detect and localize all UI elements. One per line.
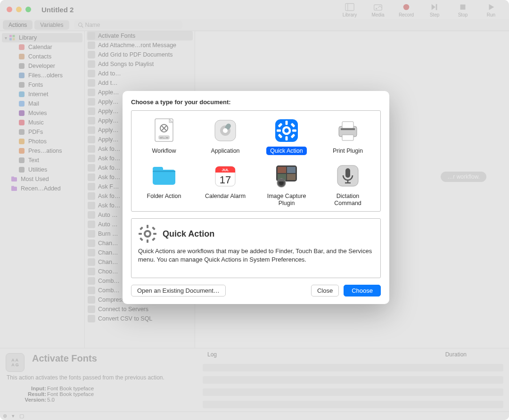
calendar-alarm-icon: JUL17: [212, 163, 238, 189]
svg-rect-82: [153, 233, 156, 235]
desc-title: Quick Action: [163, 229, 214, 239]
type-label: Image Capture Plugin: [263, 192, 310, 207]
print-plugin-icon: [335, 117, 361, 144]
svg-rect-80: [147, 239, 148, 243]
svg-rect-73: [278, 179, 285, 181]
svg-rect-85: [140, 238, 143, 241]
type-label: Quick Action: [266, 147, 306, 155]
type-quick-action[interactable]: Quick Action: [256, 115, 317, 156]
svg-rect-60: [153, 171, 175, 172]
svg-rect-57: [341, 128, 355, 130]
svg-text:WFLOW: WFLOW: [159, 136, 168, 139]
svg-rect-86: [152, 238, 156, 241]
desc-body: Quick Actions are workflows that may be …: [138, 247, 374, 264]
close-button[interactable]: Close: [311, 285, 339, 296]
document-type-dialog: Choose a type for your document: WFLOWWo…: [123, 91, 389, 304]
svg-rect-70: [287, 174, 296, 180]
workflow-icon: WFLOW: [151, 117, 177, 144]
type-grid: WFLOWWorkflowApplicationQuick ActionPrin…: [131, 110, 381, 212]
type-label: Dictation Command: [330, 192, 365, 207]
svg-rect-46: [286, 121, 288, 125]
svg-rect-83: [140, 227, 143, 231]
type-folder-action[interactable]: Folder Action: [133, 161, 195, 208]
type-label: Workflow: [148, 147, 180, 155]
svg-text:17: 17: [220, 174, 231, 186]
svg-rect-75: [345, 168, 350, 178]
app-window: Untitled 2 Library Media Record Step Sto…: [0, 0, 509, 420]
svg-rect-56: [342, 135, 353, 140]
type-application[interactable]: Application: [195, 115, 256, 156]
type-print-plugin[interactable]: Print Plugin: [317, 115, 378, 156]
svg-rect-81: [139, 233, 142, 235]
image-capture-plugin-icon: [273, 163, 300, 189]
folder-action-icon: [151, 163, 177, 189]
svg-point-45: [283, 127, 290, 134]
type-label: Calendar Alarm: [201, 192, 249, 200]
svg-rect-47: [286, 136, 288, 140]
type-label: Print Plugin: [329, 147, 367, 155]
svg-point-78: [145, 231, 150, 237]
svg-rect-84: [152, 227, 156, 231]
type-dictation-command[interactable]: Dictation Command: [317, 161, 378, 208]
quick-action-icon: [273, 117, 300, 144]
gear-icon: [138, 224, 157, 243]
svg-rect-79: [147, 225, 148, 228]
svg-rect-49: [292, 130, 296, 132]
dialog-heading: Choose a type for your document:: [131, 99, 381, 106]
svg-rect-67: [278, 167, 286, 173]
type-label: Folder Action: [143, 192, 185, 200]
svg-rect-68: [287, 167, 296, 173]
svg-rect-55: [342, 122, 353, 128]
choose-button[interactable]: Choose: [344, 285, 381, 296]
open-existing-button[interactable]: Open an Existing Document…: [131, 285, 226, 296]
dictation-command-icon: [335, 163, 361, 189]
type-description: Quick Action Quick Actions are workflows…: [131, 218, 381, 278]
svg-text:JUL: JUL: [222, 168, 229, 172]
svg-rect-48: [277, 130, 281, 132]
type-calendar-alarm[interactable]: JUL17Calendar Alarm: [195, 161, 256, 208]
dialog-footer: Open an Existing Document… Close Choose: [131, 285, 381, 296]
application-icon: [212, 117, 238, 144]
type-label: Application: [207, 147, 243, 155]
svg-point-43: [223, 128, 228, 133]
type-image-capture-plugin[interactable]: Image Capture Plugin: [256, 161, 317, 208]
type-workflow[interactable]: WFLOWWorkflow: [133, 115, 195, 156]
